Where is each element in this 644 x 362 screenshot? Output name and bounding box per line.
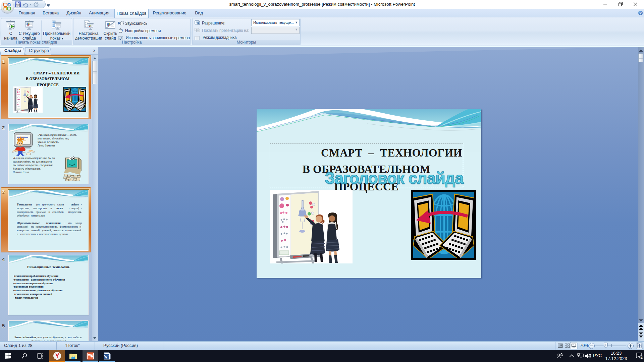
svg-text:1: 1 — [640, 356, 642, 359]
